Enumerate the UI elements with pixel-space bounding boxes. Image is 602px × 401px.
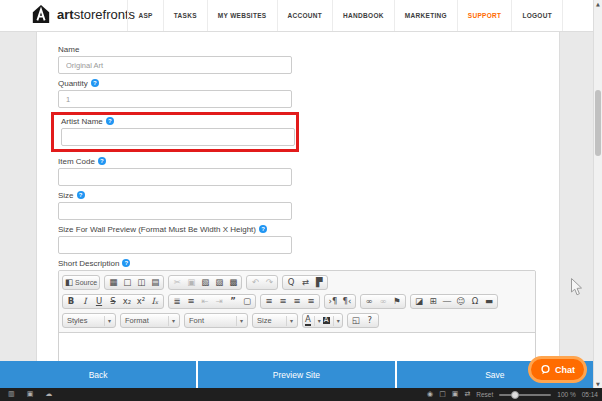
help-icon[interactable]: ? — [106, 117, 114, 125]
zoom-slider[interactable] — [499, 394, 551, 396]
text-color-button[interactable]: A▾ — [304, 315, 322, 327]
underline-button[interactable]: U — [92, 296, 106, 308]
div-container-icon[interactable]: ▢ — [240, 296, 254, 308]
source-button[interactable]: ◧Source — [64, 277, 98, 289]
align-right-icon[interactable]: ≡ — [290, 296, 304, 308]
back-button[interactable]: Back — [0, 361, 196, 388]
toolbar-group: ◧Source — [62, 275, 100, 290]
font-dropdown[interactable]: Font▾ — [186, 315, 246, 327]
bg-color-button[interactable]: A▾ — [322, 315, 341, 327]
field-name: Name — [58, 44, 559, 74]
nav-item-marketing[interactable]: MARKETING — [394, 0, 457, 31]
scroll-up-icon[interactable]: ▲ — [594, 0, 602, 8]
toolbar-group: Q⇄▛ — [282, 275, 328, 290]
iframe-icon[interactable]: ▬ — [482, 296, 496, 308]
scrollbar-thumb[interactable] — [595, 90, 601, 156]
print-icon[interactable]: ▤ — [148, 277, 162, 289]
footer-bar: BackPreview SiteSave — [0, 361, 593, 388]
strike-button[interactable]: S — [106, 296, 120, 308]
highlight-box: Artist Name ? — [51, 112, 299, 152]
camera-icon[interactable]: ◉ — [427, 391, 433, 398]
remove-format-button[interactable]: Iₓ — [148, 296, 162, 308]
align-left-icon[interactable]: ≡ — [262, 296, 276, 308]
artist-name-input[interactable] — [61, 128, 295, 146]
bidi-ltr-icon[interactable]: ›¶ — [326, 296, 340, 308]
smiley-icon[interactable]: ☺ — [454, 296, 468, 308]
special-char-icon[interactable]: Ω — [468, 296, 482, 308]
horizontal-rule-icon[interactable]: ― — [440, 296, 454, 308]
nav-item-logout[interactable]: LOGOUT — [511, 0, 563, 31]
find-icon[interactable]: Q — [284, 277, 298, 289]
size-input[interactable] — [58, 202, 292, 220]
reset-label[interactable]: Reset — [476, 391, 493, 398]
slider-knob[interactable] — [511, 391, 519, 399]
help-icon[interactable]: ? — [77, 191, 85, 199]
nav-item-my-websites[interactable]: MY WEBSITES — [207, 0, 277, 31]
artist-name-label: Artist Name ? — [61, 116, 292, 126]
nav-item-account[interactable]: ACCOUNT — [277, 0, 333, 31]
nav-item-asp[interactable]: ASP — [127, 0, 162, 31]
field-size: Size ? — [58, 190, 559, 220]
outdent-icon: ⇤ — [198, 296, 212, 308]
toolbar-group: ▦□◫▤ — [104, 275, 164, 290]
screen-icon[interactable]: ▣ — [27, 391, 34, 398]
image-icon[interactable]: ▣ — [452, 391, 459, 398]
size-for-wall-preview-input[interactable] — [58, 236, 292, 254]
undo-icon: ↶ — [248, 277, 262, 289]
bullet-list-icon[interactable]: ≡ — [184, 296, 198, 308]
vertical-scrollbar[interactable]: ▲ ▼ — [593, 0, 602, 388]
link-icon[interactable]: ∞ — [362, 296, 376, 308]
help-icon[interactable]: ? — [91, 79, 99, 87]
toolbar-group: A▾A▾ — [302, 313, 343, 328]
arrows-icon[interactable]: ⇄ — [464, 391, 470, 398]
align-center-icon[interactable]: ≡ — [276, 296, 290, 308]
form-card: Name Quantity ? Artist Name ? Item Code … — [36, 32, 560, 401]
save-icon[interactable]: ▦ — [106, 277, 120, 289]
paste-text-icon[interactable]: ▨ — [212, 277, 226, 289]
scroll-down-icon[interactable]: ▼ — [594, 380, 602, 388]
panel-icon[interactable]: ▥ — [8, 391, 15, 398]
about-icon[interactable]: ? — [363, 315, 377, 327]
superscript-button[interactable]: x² — [134, 296, 148, 308]
quantity-input[interactable] — [58, 90, 292, 108]
help-icon[interactable]: ? — [122, 259, 130, 267]
bidi-rtl-icon[interactable]: ¶‹ — [340, 296, 354, 308]
new-page-icon[interactable]: □ — [120, 277, 134, 289]
preview-site-button[interactable]: Preview Site — [198, 361, 394, 388]
justify-icon[interactable]: ≡ — [304, 296, 318, 308]
maximize-icon[interactable]: ◱ — [349, 315, 363, 327]
help-icon[interactable]: ? — [98, 157, 106, 165]
cloud-icon[interactable]: ☁ — [45, 391, 52, 398]
nav-menu: ASPTASKSMY WEBSITESACCOUNTHANDBOOKMARKET… — [127, 0, 563, 31]
cut-icon: ✂ — [170, 277, 184, 289]
toolbar-group: ↶↷ — [246, 275, 278, 290]
help-icon[interactable]: ? — [259, 225, 267, 233]
numbered-list-icon[interactable]: ≣ — [170, 296, 184, 308]
image-icon[interactable]: ◪ — [412, 296, 426, 308]
styles-dropdown[interactable]: Styles▾ — [64, 315, 114, 327]
bold-button[interactable]: B — [64, 296, 78, 308]
size-dropdown[interactable]: Size▾ — [254, 315, 296, 327]
toolbar-group: ≡≡≡≡ — [260, 294, 320, 309]
toolbar-group: ∞∞⚑ — [360, 294, 406, 309]
anchor-icon[interactable]: ⚑ — [390, 296, 404, 308]
chat-button[interactable]: Chat — [528, 356, 587, 383]
name-input[interactable] — [58, 56, 292, 74]
subscript-button[interactable]: x₂ — [120, 296, 134, 308]
time-display: 05:14 — [582, 391, 598, 398]
paste-word-icon[interactable]: ▩ — [226, 277, 240, 289]
blockquote-icon[interactable]: ” — [226, 296, 240, 308]
brand-logo[interactable]: artstorefronts — [30, 4, 135, 24]
replace-icon[interactable]: ⇄ — [298, 277, 312, 289]
nav-item-handbook[interactable]: HANDBOOK — [332, 0, 394, 31]
table-icon[interactable]: ⊞ — [426, 296, 440, 308]
preview-icon[interactable]: ◫ — [134, 277, 148, 289]
format-dropdown[interactable]: Format▾ — [122, 315, 178, 327]
select-all-icon[interactable]: ▛ — [312, 277, 326, 289]
nav-item-support[interactable]: SUPPORT — [457, 0, 512, 31]
italic-button[interactable]: I — [78, 296, 92, 308]
item-code-input[interactable] — [58, 168, 292, 186]
monitor-icon[interactable]: □ — [439, 391, 446, 398]
paste-icon[interactable]: ▧ — [198, 277, 212, 289]
nav-item-tasks[interactable]: TASKS — [163, 0, 207, 31]
